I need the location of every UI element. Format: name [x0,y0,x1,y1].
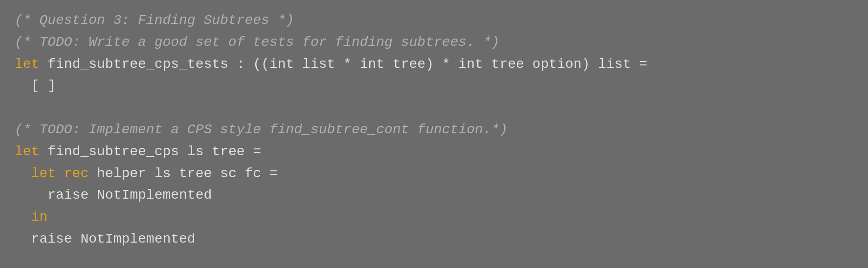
code-line-8: let rec helper ls tree sc fc = [15,163,853,185]
comment-text: (* TODO: Write a good set of tests for f… [15,32,499,54]
comment-text: (* Question 3: Finding Subtrees *) [15,10,294,32]
keyword-in: in [31,206,48,228]
code-line-9: raise NotImplemented [15,185,853,206]
code-line-11: raise NotImplemented [15,228,853,250]
code-line-3: let find_subtree_cps_tests : ((int list … [15,54,853,76]
code-indent [15,206,31,228]
keyword-let: let [15,141,39,163]
code-text: raise NotImplemented [15,185,212,206]
empty-line [15,97,853,119]
comment-text: (* TODO: Implement a CPS style find_subt… [15,119,508,141]
code-text: helper ls tree sc fc = [89,163,277,185]
keyword-let-rec: let rec [31,163,89,185]
code-text: find_subtree_cps_tests : ((int list * in… [39,54,647,76]
keyword-let: let [15,54,39,76]
code-line-6: (* TODO: Implement a CPS style find_subt… [15,119,853,141]
code-indent [15,163,31,185]
code-line-2: (* TODO: Write a good set of tests for f… [15,32,853,54]
code-line-7: let find_subtree_cps ls tree = [15,141,853,163]
code-text: find_subtree_cps ls tree = [39,141,261,163]
code-text: [ ] [15,75,56,97]
code-line-4: [ ] [15,75,853,97]
code-editor: (* Question 3: Finding Subtrees *) (* TO… [0,0,868,268]
code-line-1: (* Question 3: Finding Subtrees *) [15,10,853,32]
code-line-10: in [15,206,853,228]
code-text: raise NotImplemented [15,228,196,250]
